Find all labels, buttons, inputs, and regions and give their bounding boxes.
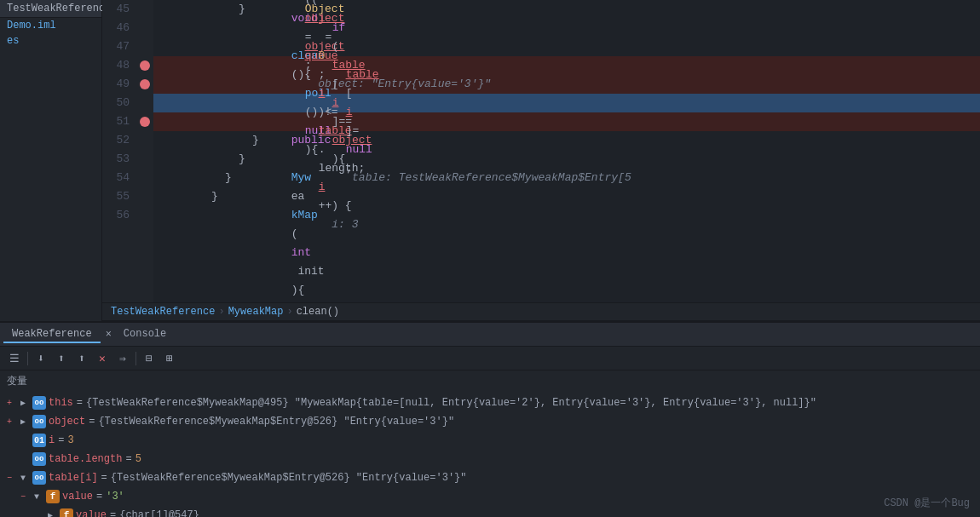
line-num-50: 50 (102, 94, 130, 112)
gutter-55[interactable] (136, 187, 153, 206)
breadcrumb: TestWeakReference › MyweakMap › clean() (102, 302, 980, 321)
var-equals-this: = (77, 397, 83, 409)
line-num-56: 56 (102, 206, 130, 225)
var-equals-table-i: = (101, 472, 107, 484)
breadcrumb-part-2[interactable]: MyweakMap (228, 306, 284, 318)
gutter-45[interactable] (136, 0, 153, 19)
debug-tabs: WeakReference × Console (0, 323, 980, 347)
var-name-value: value (62, 491, 93, 503)
line-num-52: 52 (102, 131, 130, 150)
gutter-49[interactable] (136, 75, 153, 94)
toolbar-menu-icon[interactable]: ☰ (7, 351, 22, 366)
toolbar-sep-2 (135, 352, 136, 365)
var-name-table-length: table.length (49, 453, 122, 465)
type-badge-i: 01 (32, 434, 46, 447)
var-row-this[interactable]: + ▶ oo this = {TestWeakReference$MyweakM… (0, 393, 980, 412)
var-value-value: '3' (106, 491, 124, 503)
line-num-45: 45 (102, 0, 130, 19)
expand-object[interactable]: ▶ (20, 416, 32, 427)
line-num-48: 48 (102, 56, 130, 75)
tab-console[interactable]: Console (115, 326, 175, 343)
line-num-54: 54 (102, 169, 130, 187)
sidebar-item-es[interactable]: es (0, 33, 101, 49)
breakpoint-51 (140, 117, 150, 127)
debug-panel: WeakReference × Console ☰ ⬇ ⬆ ⬆ ✕ ⇒ ⊟ ⊞ … (0, 321, 980, 517)
editor-area: TestWeakReference Demo.iml es 45 46 47 4… (0, 0, 980, 321)
tree-toggle-value[interactable]: − (20, 492, 34, 502)
var-value-char: {char[1]@547} (119, 509, 199, 517)
line-num-51: 51 (102, 112, 130, 131)
toolbar-list-icon[interactable]: ⊞ (162, 351, 177, 366)
var-equals-table-length: = (125, 453, 131, 465)
type-badge-char: f (60, 508, 73, 517)
var-value-table-i: {TestWeakReference$MyweakMap$Entry@526} … (111, 472, 467, 484)
sidebar-title: TestWeakReference (0, 0, 101, 18)
expand-value[interactable]: ▼ (34, 492, 46, 502)
var-row-table-length[interactable]: oo table.length = 5 (0, 450, 980, 468)
var-row-table-i[interactable]: − ▼ oo table[i] = {TestWeakReference$Myw… (0, 468, 980, 487)
toolbar-upload-icon[interactable]: ⬆ (54, 351, 69, 366)
toolbar-upload2-icon[interactable]: ⬆ (74, 351, 89, 366)
gutter (136, 0, 153, 302)
var-name-this: this (49, 397, 73, 409)
type-badge-table-length: oo (32, 452, 46, 466)
line-num-55: 55 (102, 187, 130, 206)
line-numbers: 45 46 47 48 49 50 51 52 53 54 55 56 (102, 0, 136, 302)
line-num-53: 53 (102, 150, 130, 169)
expand-char[interactable]: ▶ (48, 510, 60, 517)
var-name-object: object (49, 416, 85, 428)
tree-toggle-this[interactable]: + (7, 399, 20, 408)
var-row-object[interactable]: + ▶ oo object = {TestWeakReference$Mywea… (0, 412, 980, 431)
debug-toolbar: ☰ ⬇ ⬆ ⬆ ✕ ⇒ ⊟ ⊞ (0, 347, 980, 371)
var-name-i: i (49, 434, 55, 446)
breadcrumb-part-1[interactable]: TestWeakReference (111, 306, 215, 318)
csdn-watermark: CSDN @是一个Bug (884, 496, 970, 510)
gutter-50[interactable] (136, 94, 153, 112)
debug-close-tab[interactable]: × (106, 329, 112, 341)
code-panel: 45 46 47 48 49 50 51 52 53 54 55 56 (102, 0, 980, 321)
toolbar-arrow-icon[interactable]: ⇒ (115, 351, 130, 366)
tab-weakreference[interactable]: WeakReference (3, 326, 101, 343)
line-num-47: 47 (102, 37, 130, 56)
tree-toggle-table-i[interactable]: − (7, 474, 20, 483)
var-row-value[interactable]: − ▼ f value = '3' (0, 487, 980, 506)
gutter-56[interactable] (136, 206, 153, 225)
gutter-52[interactable] (136, 131, 153, 150)
type-badge-this: oo (32, 396, 46, 410)
tree-toggle-object[interactable]: + (7, 417, 20, 427)
line-num-49: 49 (102, 75, 130, 94)
debug-variables: + ▶ oo this = {TestWeakReference$MyweakM… (0, 392, 980, 517)
code-line-56: public Myw ea kMap ( int init ){ (153, 206, 980, 225)
expand-this[interactable]: ▶ (20, 398, 32, 408)
var-equals-value: = (96, 491, 102, 503)
breadcrumb-sep-1: › (218, 306, 224, 318)
toolbar-sep-1 (27, 352, 28, 365)
gutter-54[interactable] (136, 169, 153, 187)
type-badge-object: oo (32, 415, 46, 428)
gutter-48[interactable] (136, 56, 153, 75)
gutter-53[interactable] (136, 150, 153, 169)
var-value-this: {TestWeakReference$MyweakMap@495} "Mywea… (86, 397, 816, 409)
breadcrumb-sep-2: › (286, 306, 292, 318)
var-equals-char: = (110, 509, 116, 517)
breakpoint-48 (140, 60, 150, 71)
toolbar-download-icon[interactable]: ⬇ (33, 351, 49, 366)
var-value-object: {TestWeakReference$MyweakMap$Entry@526} … (98, 416, 454, 428)
code-content: 45 46 47 48 49 50 51 52 53 54 55 56 (102, 0, 980, 302)
expand-table-i[interactable]: ▼ (20, 474, 32, 483)
var-row-char[interactable]: ▶ f value = {char[1]@547} (0, 506, 980, 517)
var-row-i[interactable]: 01 i = 3 (0, 431, 980, 450)
type-badge-value: f (46, 490, 60, 503)
variables-header: 变量 (0, 371, 980, 392)
var-equals-i: = (58, 434, 64, 446)
toolbar-grid-icon[interactable]: ⊟ (141, 351, 157, 366)
sidebar-item-demo[interactable]: Demo.iml (0, 18, 101, 33)
toolbar-stop-icon[interactable]: ✕ (95, 351, 110, 366)
breadcrumb-part-3[interactable]: clean() (297, 306, 339, 318)
gutter-47[interactable] (136, 37, 153, 56)
var-name-char: value (76, 509, 107, 517)
breakpoint-49 (140, 79, 150, 89)
gutter-46[interactable] (136, 19, 153, 37)
gutter-51[interactable] (136, 112, 153, 131)
var-equals-object: = (89, 416, 95, 428)
